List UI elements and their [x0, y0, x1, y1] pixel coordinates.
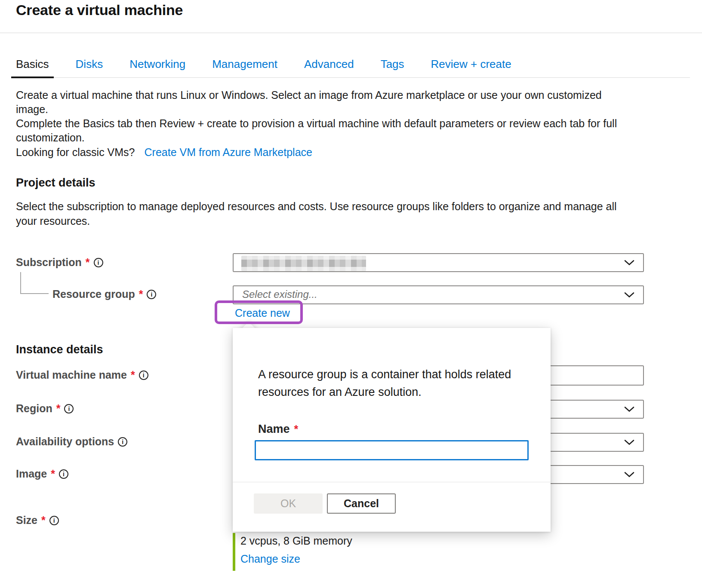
tab-management[interactable]: Management [207, 55, 282, 77]
create-vm-page: Create a virtual machine Basics Disks Ne… [0, 0, 702, 588]
intro-line: Create a virtual machine that runs Linux… [16, 88, 617, 102]
tab-basics[interactable]: Basics [11, 55, 54, 78]
project-desc-line: Select the subscription to manage deploy… [16, 199, 617, 214]
popup-name-label-text: Name [258, 423, 290, 436]
resource-group-name-input[interactable] [255, 440, 529, 460]
resource-group-label-text: Resource group [52, 288, 135, 300]
required-marker: * [131, 369, 135, 381]
intro-line: image. [16, 102, 617, 116]
classic-vms-prompt: Looking for classic VMs? [16, 146, 135, 158]
intro-line: Complete the Basics tab then Review + cr… [16, 116, 617, 131]
info-icon[interactable]: i [94, 258, 103, 267]
size-value: 2 vcpus, 8 GiB memory [240, 535, 352, 547]
popup-name-label: Name * [258, 423, 298, 436]
info-icon[interactable]: i [59, 469, 68, 479]
chevron-down-icon[interactable] [624, 472, 634, 478]
change-size-link[interactable]: Change size [240, 553, 300, 565]
required-marker: * [56, 402, 61, 415]
availability-options-label: Availability options i [16, 435, 127, 448]
create-resource-group-popup: A resource group is a container that hol… [233, 328, 551, 532]
chevron-down-icon[interactable] [624, 407, 634, 412]
tab-disks[interactable]: Disks [71, 55, 108, 77]
intro-line: customization. [16, 131, 617, 145]
create-new-link[interactable]: Create new [235, 307, 290, 319]
subscription-label: Subscription * i [16, 256, 103, 269]
required-marker: * [139, 288, 143, 300]
size-selection-bar [233, 533, 235, 571]
tab-networking[interactable]: Networking [125, 55, 190, 77]
availability-options-label-text: Availability options [16, 435, 114, 448]
region-label-text: Region [16, 402, 52, 415]
tab-review-create[interactable]: Review + create [426, 55, 516, 77]
info-icon[interactable]: i [147, 290, 156, 299]
page-title: Create a virtual machine [16, 2, 183, 18]
tab-tags[interactable]: Tags [376, 55, 409, 77]
chevron-down-icon[interactable] [624, 292, 634, 298]
info-icon[interactable]: i [139, 371, 148, 380]
subscription-value-redacted [241, 256, 366, 271]
required-marker: * [51, 468, 55, 480]
chevron-down-icon[interactable] [624, 260, 634, 266]
popup-footer-divider [233, 482, 551, 482]
tree-connector-horizontal [20, 293, 49, 294]
info-icon[interactable]: i [64, 404, 74, 413]
required-marker: * [86, 256, 90, 269]
header-divider [0, 33, 702, 33]
resource-group-label: Resource group * i [52, 288, 156, 300]
tree-connector-vertical [20, 272, 21, 294]
popup-description-line: resources for an Azure solution. [258, 383, 511, 401]
ok-button[interactable]: OK [254, 493, 323, 514]
size-label: Size * i [16, 514, 59, 527]
info-icon[interactable]: i [49, 516, 59, 525]
subscription-label-text: Subscription [16, 256, 82, 269]
required-marker: * [41, 514, 46, 527]
create-vm-marketplace-link[interactable]: Create VM from Azure Marketplace [145, 146, 312, 158]
tab-bar: Basics Disks Networking Management Advan… [11, 55, 690, 78]
project-details-heading: Project details [16, 176, 95, 190]
vm-name-label: Virtual machine name * i [16, 369, 148, 381]
required-marker: * [294, 423, 299, 435]
subscription-dropdown[interactable] [233, 253, 644, 272]
resource-group-placeholder: Select existing... [242, 288, 317, 300]
intro-text: Create a virtual machine that runs Linux… [16, 88, 617, 159]
instance-details-heading: Instance details [16, 343, 103, 356]
popup-description: A resource group is a container that hol… [258, 366, 511, 401]
chevron-down-icon[interactable] [624, 440, 634, 445]
region-label: Region * i [16, 402, 74, 415]
info-icon[interactable]: i [118, 437, 127, 447]
image-label-text: Image [16, 468, 47, 480]
vm-name-label-text: Virtual machine name [16, 369, 127, 381]
size-label-text: Size [16, 514, 37, 527]
project-desc-line: your resources. [16, 214, 617, 228]
cancel-button[interactable]: Cancel [327, 493, 396, 514]
tab-advanced[interactable]: Advanced [299, 55, 359, 77]
project-details-description: Select the subscription to manage deploy… [16, 199, 617, 228]
image-label: Image * i [16, 468, 68, 480]
popup-description-line: A resource group is a container that hol… [258, 366, 511, 383]
